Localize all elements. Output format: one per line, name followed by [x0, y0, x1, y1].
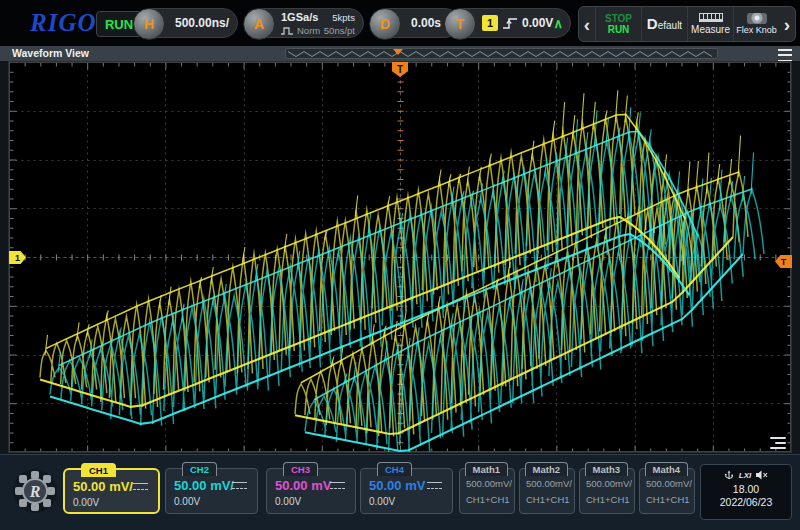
math4-scale: 500.00mV/ [646, 478, 692, 489]
top-bar: RIGOL RUN 500.00ns/ H 1GSa/s Norm 5kpts … [0, 0, 800, 46]
tab-ch4[interactable]: CH4 [377, 462, 412, 476]
math-card-math2[interactable]: Math2 500.00mV/ CH1+CH1 [519, 468, 575, 514]
tab-math2[interactable]: Math2 [525, 462, 568, 476]
bottom-bar: R CH1 50.00 mV/ 0.00V CH2 50.00 mV/ 0.00… [0, 454, 800, 530]
dc-coupling-icon [133, 483, 148, 492]
measure-button[interactable]: Measure [687, 7, 733, 41]
acquisition-knob[interactable]: A [243, 8, 275, 40]
default-button[interactable]: Default [641, 7, 687, 41]
tab-ch2[interactable]: CH2 [182, 462, 217, 476]
math3-scale: 500.00mV/ [586, 478, 632, 489]
ch4-scale: 50.00 mV [369, 478, 425, 493]
mute-icon [756, 470, 768, 480]
prev-page-button[interactable]: ‹ [579, 7, 595, 41]
oscilloscope-screen: RIGOL RUN 500.00ns/ H 1GSa/s Norm 5kpts … [0, 0, 800, 530]
math1-scale: 500.00mV/ [466, 478, 512, 489]
tab-math4[interactable]: Math4 [645, 462, 688, 476]
status-box[interactable]: LXI 18.00 2022/06/23 [700, 464, 792, 520]
math-card-math3[interactable]: Math3 500.00mV/ CH1+CH1 [579, 468, 635, 514]
memory-depth: 5kpts [332, 12, 355, 23]
ch1-scale: 50.00 mV/ [73, 479, 133, 494]
delay-knob[interactable]: D [369, 8, 401, 40]
next-page-button[interactable]: › [779, 7, 795, 41]
math2-scale: 500.00mV/ [526, 478, 572, 489]
navigator-waveform-icon [286, 49, 717, 58]
channel-card-ch3[interactable]: CH3 50.00 mV 0.00V [266, 468, 356, 514]
graticule-area [8, 61, 792, 453]
status-date: 2022/06/23 [701, 496, 791, 508]
math2-expr: CH1+CH1 [526, 494, 570, 505]
sample-resolution: 50ns/pt [324, 25, 355, 36]
tab-ch3[interactable]: CH3 [283, 462, 318, 476]
acq-mode: Norm [297, 25, 320, 36]
ch2-offset: 0.00V [174, 496, 200, 507]
ch2-scale: 50.00 mV/ [174, 478, 234, 493]
tab-ch1[interactable]: CH1 [81, 463, 116, 477]
graticule-menu-icon[interactable] [768, 437, 786, 449]
sample-rate: 1GSa/s [281, 11, 318, 23]
view-title: Waveform View [12, 47, 89, 59]
svg-text:R: R [29, 483, 41, 500]
ch4-offset: 0.00V [369, 496, 395, 507]
dc-coupling-icon [427, 482, 442, 491]
rigol-gear-logo[interactable]: R [12, 468, 58, 514]
channel-card-ch4[interactable]: CH4 50.00 mV 0.00V [360, 468, 453, 514]
waveform-display [9, 62, 791, 452]
math3-expr: CH1+CH1 [586, 494, 630, 505]
navigator-position-marker[interactable] [393, 49, 403, 55]
view-tab-bar: Waveform View [0, 46, 800, 61]
ch3-scale: 50.00 mV [275, 478, 331, 493]
trigger-source-badge[interactable]: 1 [482, 15, 498, 31]
channel-card-ch2[interactable]: CH2 50.00 mV/ 0.00V [165, 468, 258, 514]
tab-math1[interactable]: Math1 [465, 462, 508, 476]
math-card-math1[interactable]: Math1 500.00mV/ CH1+CH1 [459, 468, 515, 514]
quick-button-cluster: ‹ STOP RUN Default Measure Flex Knob › [578, 6, 796, 42]
lxi-icon: LXI [739, 471, 751, 480]
stop-run-button[interactable]: STOP RUN [595, 7, 641, 41]
dc-coupling-icon [330, 482, 345, 491]
status-time: 18.00 [701, 483, 791, 495]
waveform-navigator[interactable] [285, 48, 718, 59]
tab-math3[interactable]: Math3 [585, 462, 628, 476]
ruler-icon [699, 13, 723, 22]
trigger-knob[interactable]: T [444, 8, 476, 40]
horizontal-knob[interactable]: H [133, 8, 165, 40]
knob-icon [747, 13, 767, 24]
trigger-level[interactable]: 0.00V [522, 16, 553, 30]
ch3-offset: 0.00V [275, 496, 301, 507]
trigger-mode-indicator: ∧ [553, 16, 563, 31]
pulse-icon [281, 26, 294, 36]
math1-expr: CH1+CH1 [466, 494, 510, 505]
math-card-math4[interactable]: Math4 500.00mV/ CH1+CH1 [639, 468, 695, 514]
flex-knob-button[interactable]: Flex Knob [733, 7, 779, 41]
dc-coupling-icon [232, 482, 247, 491]
channel-card-ch1[interactable]: CH1 50.00 mV/ 0.00V [63, 468, 160, 514]
math4-expr: CH1+CH1 [646, 494, 690, 505]
usb-icon [724, 470, 734, 481]
horizontal-scale[interactable]: 500.00ns/ [175, 16, 229, 30]
rising-edge-icon [502, 16, 518, 31]
delay-value[interactable]: 0.00s [411, 16, 441, 30]
ch1-offset: 0.00V [73, 497, 99, 508]
